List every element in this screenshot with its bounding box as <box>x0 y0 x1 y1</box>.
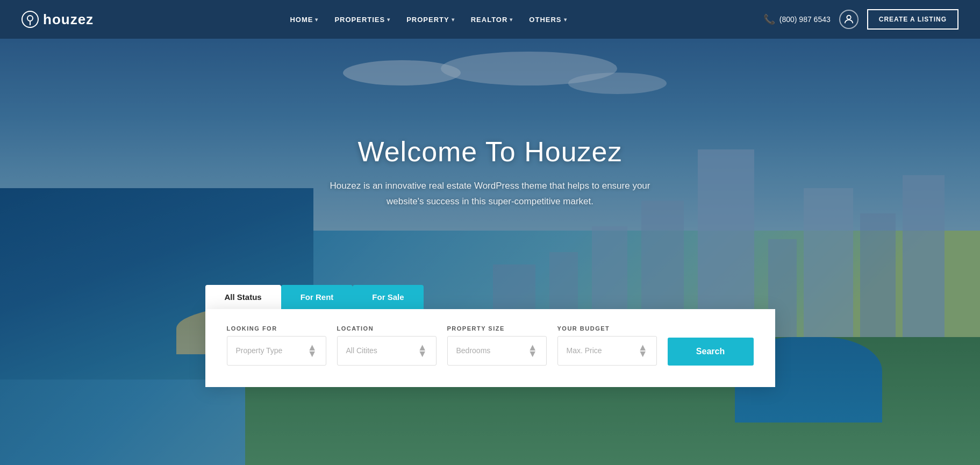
budget-field: YOUR BUDGET Max. Price ▲▼ <box>557 325 657 366</box>
chevron-down-icon: ▾ <box>564 17 567 23</box>
create-listing-button[interactable]: CREATE A LISTING <box>867 9 958 30</box>
property-size-label: PROPERTY SIZE <box>447 325 547 332</box>
phone-number: (800) 987 6543 <box>779 15 831 24</box>
select-arrow-icon: ▲▼ <box>307 344 317 357</box>
search-button[interactable]: Search <box>668 338 754 366</box>
tab-for-rent[interactable]: For Rent <box>281 285 353 309</box>
hero-section: Welcome To Houzez Houzez is an innovativ… <box>0 39 980 465</box>
nav-realtor[interactable]: REALTOR ▾ <box>464 11 520 28</box>
logo-icon <box>22 11 39 28</box>
tab-for-sale[interactable]: For Sale <box>353 285 423 309</box>
budget-label: YOUR BUDGET <box>557 325 657 332</box>
nav-property[interactable]: PROPERTY ▾ <box>400 11 461 28</box>
hero-content: Welcome To Houzez Houzez is an innovativ… <box>324 39 657 210</box>
hero-title: Welcome To Houzez <box>358 135 623 168</box>
location-label: LOCATION <box>337 325 437 332</box>
svg-point-1 <box>27 16 33 21</box>
nav-others[interactable]: OTHERS ▾ <box>523 11 573 28</box>
search-box: LOOKING FOR Property Type ▲▼ LOCATION Al… <box>205 309 775 387</box>
user-icon[interactable] <box>839 10 859 29</box>
search-area: All Status For Rent For Sale LOOKING FOR… <box>205 242 775 387</box>
header-right: 📞 (800) 987 6543 CREATE A LISTING <box>763 9 958 30</box>
svg-point-3 <box>847 16 850 19</box>
property-type-select[interactable]: Property Type ▲▼ <box>227 336 326 366</box>
logo[interactable]: houzez <box>22 11 94 28</box>
budget-select[interactable]: Max. Price ▲▼ <box>557 336 657 366</box>
location-field: LOCATION All Citites ▲▼ <box>337 325 437 366</box>
location-select[interactable]: All Citites ▲▼ <box>337 336 437 366</box>
property-type-placeholder: Property Type <box>236 346 283 355</box>
budget-placeholder: Max. Price <box>567 346 602 355</box>
hero-subtitle: Houzez is an innovative real estate Word… <box>324 178 657 210</box>
property-size-placeholder: Bedrooms <box>456 346 491 355</box>
property-size-field: PROPERTY SIZE Bedrooms ▲▼ <box>447 325 547 366</box>
select-arrow-icon: ▲▼ <box>638 344 648 357</box>
chevron-down-icon: ▾ <box>510 17 513 23</box>
select-arrow-icon: ▲▼ <box>418 344 427 357</box>
nav-home[interactable]: HOME ▾ <box>283 11 325 28</box>
chevron-down-icon: ▾ <box>387 17 390 23</box>
tab-all-status[interactable]: All Status <box>205 285 281 309</box>
chevron-down-icon: ▾ <box>315 17 318 23</box>
chevron-down-icon: ▾ <box>452 17 455 23</box>
looking-for-label: LOOKING FOR <box>227 325 326 332</box>
main-nav: HOME ▾ PROPERTIES ▾ PROPERTY ▾ REALTOR ▾… <box>283 11 573 28</box>
search-fields: LOOKING FOR Property Type ▲▼ LOCATION Al… <box>227 325 754 366</box>
logo-text: houzez <box>43 11 94 28</box>
property-size-select[interactable]: Bedrooms ▲▼ <box>447 336 547 366</box>
location-placeholder: All Citites <box>346 346 377 355</box>
phone-icon: 📞 <box>763 13 775 25</box>
nav-properties[interactable]: PROPERTIES ▾ <box>328 11 397 28</box>
header: houzez HOME ▾ PROPERTIES ▾ PROPERTY ▾ RE… <box>0 0 980 39</box>
looking-for-field: LOOKING FOR Property Type ▲▼ <box>227 325 326 366</box>
phone-area[interactable]: 📞 (800) 987 6543 <box>763 13 831 25</box>
select-arrow-icon: ▲▼ <box>528 344 538 357</box>
status-tabs: All Status For Rent For Sale <box>205 285 775 309</box>
